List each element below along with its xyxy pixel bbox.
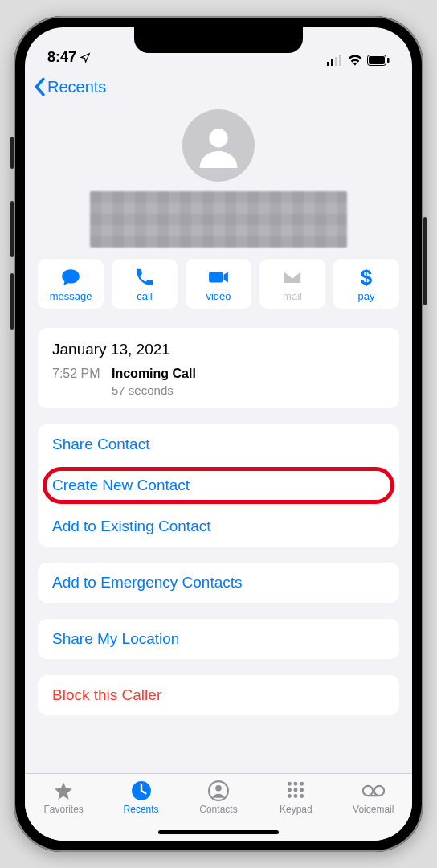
phone-icon — [134, 267, 155, 288]
video-label: video — [206, 290, 231, 302]
call-duration: 57 seconds — [112, 383, 385, 397]
svg-point-11 — [288, 782, 292, 786]
pay-label: pay — [358, 290, 375, 302]
chevron-left-icon — [33, 77, 46, 96]
block-caller-row[interactable]: Block this Caller — [38, 675, 399, 715]
tab-favorites-label: Favorites — [44, 804, 84, 815]
mail-label: mail — [283, 290, 302, 302]
svg-point-13 — [300, 782, 304, 786]
voicemail-icon — [362, 780, 385, 801]
phone-frame: 8:47 Recents — [14, 16, 423, 852]
emergency-card: Add to Emergency Contacts — [38, 563, 399, 603]
svg-rect-2 — [335, 57, 337, 66]
status-time: 8:47 — [47, 49, 76, 66]
block-card: Block this Caller — [38, 675, 399, 715]
call-type: Incoming Call — [112, 366, 196, 381]
create-new-label: Create New Contact — [52, 477, 190, 493]
call-info-card: January 13, 2021 7:52 PM Incoming Call 5… — [38, 328, 399, 408]
svg-point-18 — [294, 794, 298, 798]
svg-point-19 — [300, 794, 304, 798]
mail-icon — [282, 267, 303, 288]
tab-recents-label: Recents — [124, 804, 159, 815]
message-button[interactable]: message — [38, 259, 104, 309]
tab-recents[interactable]: Recents — [109, 780, 174, 815]
wifi-icon — [348, 55, 362, 66]
contacts-icon — [207, 780, 230, 801]
call-label: call — [137, 290, 153, 302]
video-icon — [208, 267, 229, 288]
svg-point-14 — [288, 788, 292, 792]
svg-point-10 — [215, 785, 222, 792]
share-contact-row[interactable]: Share Contact — [38, 424, 399, 465]
svg-rect-3 — [339, 55, 341, 66]
dollar-icon: $ — [361, 267, 372, 288]
svg-point-16 — [300, 788, 304, 792]
location-card: Share My Location — [38, 619, 399, 659]
keypad-icon — [284, 780, 307, 801]
tab-voicemail-label: Voicemail — [353, 804, 394, 815]
svg-point-12 — [294, 782, 298, 786]
call-date: January 13, 2021 — [52, 341, 385, 358]
tab-keypad[interactable]: Keypad — [263, 780, 328, 815]
person-icon — [196, 123, 241, 168]
back-button[interactable]: Recents — [33, 77, 106, 96]
screen: 8:47 Recents — [25, 27, 412, 841]
contact-header — [38, 104, 399, 259]
create-new-contact-row[interactable]: Create New Contact — [38, 465, 399, 506]
message-icon — [60, 267, 81, 288]
notch — [134, 27, 303, 53]
action-row: message call video mail $ pay — [38, 259, 399, 309]
home-indicator[interactable] — [158, 830, 279, 834]
battery-icon — [367, 55, 390, 66]
call-time: 7:52 PM — [52, 366, 100, 381]
svg-rect-6 — [387, 58, 390, 63]
call-button[interactable]: call — [112, 259, 178, 309]
back-label: Recents — [47, 78, 106, 96]
svg-point-7 — [209, 129, 227, 147]
svg-rect-1 — [331, 59, 333, 66]
svg-point-15 — [294, 788, 298, 792]
tab-voicemail[interactable]: Voicemail — [341, 780, 406, 815]
share-location-row[interactable]: Share My Location — [38, 619, 399, 659]
video-button[interactable]: video — [186, 259, 251, 309]
svg-rect-5 — [369, 56, 385, 64]
clock-icon — [130, 780, 153, 801]
message-label: message — [50, 290, 92, 302]
avatar — [182, 109, 255, 182]
add-existing-contact-row[interactable]: Add to Existing Contact — [38, 506, 399, 547]
add-emergency-row[interactable]: Add to Emergency Contacts — [38, 563, 399, 603]
svg-rect-0 — [327, 62, 329, 66]
svg-point-20 — [363, 786, 373, 796]
contact-name-redacted — [90, 191, 347, 248]
tab-contacts-label: Contacts — [199, 804, 237, 815]
svg-point-21 — [374, 786, 384, 796]
tab-keypad-label: Keypad — [280, 804, 312, 815]
tab-contacts[interactable]: Contacts — [186, 780, 251, 815]
nav-bar: Recents — [25, 69, 412, 104]
star-icon — [52, 780, 75, 801]
svg-point-17 — [288, 794, 292, 798]
mail-button: mail — [259, 259, 325, 309]
cellular-icon — [327, 55, 343, 66]
tab-favorites[interactable]: Favorites — [31, 780, 96, 815]
contact-options-card: Share Contact Create New Contact Add to … — [38, 424, 399, 547]
pay-button[interactable]: $ pay — [333, 259, 399, 309]
location-icon — [80, 52, 91, 63]
